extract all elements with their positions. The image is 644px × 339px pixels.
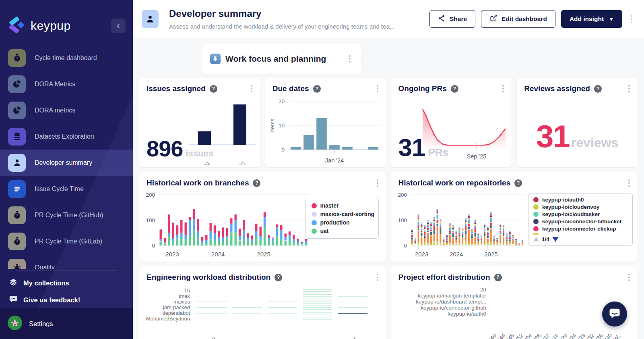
svg-text:Enhan...: Enhan... (268, 335, 287, 339)
card-project-effort: Project effort distribution ? 20keypup-i… (391, 266, 638, 339)
sidebar-item-label: Developer summary (35, 159, 92, 166)
down-arrow-emoji-icon (210, 54, 221, 64)
svg-text:2023: 2023 (415, 251, 428, 258)
svg-text:0: 0 (152, 243, 155, 249)
help-icon[interactable]: ? (275, 274, 282, 281)
sidebar-item-label: DORA Metrics (35, 81, 75, 88)
svg-text:2022-W40: 2022-W40 (475, 333, 497, 339)
header-kebab-menu[interactable] (628, 15, 635, 23)
svg-text:15: 15 (184, 287, 190, 293)
help-icon[interactable]: ? (253, 179, 260, 187)
legend-dot (533, 233, 539, 235)
legend-item[interactable]: maxios-card-sorting (312, 211, 373, 217)
legend-item[interactable]: keypup-io/auth0 (533, 197, 627, 203)
sidebar-item-cycle-time-dashboard[interactable]: Cycle time dashboard (0, 45, 133, 71)
svg-text:Jan '24: Jan '24 (325, 157, 344, 164)
user-avatar (7, 315, 23, 332)
sidebar-collapse-button[interactable]: ‹ (111, 19, 126, 33)
legend-dot (533, 212, 539, 217)
help-icon[interactable]: ? (451, 85, 458, 93)
svg-text:maxios: maxios (173, 299, 190, 305)
svg-text:keypup-io/dashboard-templ...: keypup-io/dashboard-templ... (416, 299, 486, 305)
svg-text:tmak: tmak (179, 293, 190, 299)
add-insight-label: Add insight (570, 15, 604, 23)
card-kebab-menu[interactable] (374, 179, 381, 187)
keypup-logo-icon (8, 16, 26, 35)
chat-widget-button[interactable] (602, 302, 627, 327)
sidebar-item-label: Quality (35, 264, 55, 269)
legend-item[interactable]: keypup-io/connector-clickup (533, 226, 627, 232)
svg-text:200: 200 (398, 192, 407, 198)
legend-dot (312, 203, 317, 208)
help-icon[interactable]: ? (514, 179, 522, 187)
legend-item[interactable]: keypup-io/cloudenvoy (533, 204, 627, 210)
sidebar-item-dora-metrics[interactable]: DORA metrics (0, 97, 133, 123)
legend-pagination: 1/4 (533, 236, 627, 242)
section-title: Work focus and planning (225, 54, 326, 64)
brand-name: keypup (31, 19, 71, 33)
legend-item[interactable]: keypup-io/connector-bitbucket (533, 218, 627, 225)
sidebar-item-give-us-feedback-[interactable]: Give us feedback! (0, 291, 133, 308)
sidebar: keypup ‹ Cycle time dashboardDORA Metric… (0, 0, 133, 339)
card-kebab-menu[interactable] (625, 273, 633, 282)
card-title: Engineering workload distribution (147, 273, 270, 282)
legend-item[interactable]: uat (312, 228, 373, 234)
sidebar-item-settings[interactable]: Settings (0, 308, 133, 339)
sidebar-item-pr-cycle-time-gitlab-[interactable]: PR Cycle Time (GitLab) (0, 228, 133, 254)
section-divider-left (139, 59, 198, 59)
sidebar-item-label: Issue Cycle Time (35, 185, 84, 193)
branches-legend: mastermaxios-card-sortingproductionuat (305, 198, 379, 239)
sidebar-item-dora-metrics[interactable]: DORA Metrics (0, 71, 133, 97)
settings-label: Settings (29, 320, 53, 328)
legend-item[interactable]: production (312, 219, 373, 226)
sidebar-item-label: Cycle time dashboard (35, 54, 97, 62)
legend-item[interactable]: master (312, 202, 373, 209)
legend-dot (533, 204, 539, 210)
svg-text:20: 20 (480, 287, 486, 293)
sidebar-item-quality[interactable]: Quality (0, 254, 133, 269)
legend-item-partial (533, 233, 627, 235)
workload-heatmap-chart: 15tmakmaxiosjam-packeddependabotMohamedB… (142, 284, 383, 339)
card-title: Issues assigned (147, 84, 206, 93)
legend-page-up-icon[interactable] (533, 237, 539, 241)
help-icon[interactable]: ? (594, 85, 602, 93)
card-kebab-menu[interactable] (625, 179, 633, 187)
svg-text:jam-packed: jam-packed (163, 304, 190, 310)
sidebar-item-my-collections[interactable]: My collections (0, 275, 133, 291)
card-historical-branches: Historical work on branches ? 0100200202… (139, 172, 386, 262)
card-kebab-menu[interactable] (374, 84, 381, 93)
dashboard-header: Developer summary Assess and understand … (133, 0, 644, 38)
card-kebab-menu[interactable] (625, 84, 633, 93)
edit-dashboard-label: Edit dashboard (502, 15, 547, 23)
legend-item[interactable]: keypup-io/cloudtasker (533, 211, 627, 217)
help-icon[interactable]: ? (494, 274, 502, 281)
sidebar-item-datasets-exploration[interactable]: Datasets Exploration (0, 123, 133, 150)
sidebar-item-developer-summary[interactable]: Developer summary (0, 150, 133, 176)
help-icon[interactable]: ? (210, 85, 217, 93)
svg-text:No lab...: No lab... (303, 335, 322, 339)
help-icon[interactable]: ? (313, 85, 321, 93)
layers-icon (9, 278, 18, 288)
svg-text:MohamedBeydoun: MohamedBeydoun (146, 316, 190, 322)
card-kebab-menu[interactable] (248, 84, 255, 93)
svg-text:keypup-io/auth0: keypup-io/auth0 (447, 311, 486, 317)
card-kebab-menu[interactable] (500, 84, 507, 93)
sidebar-item-pr-cycle-time-github-[interactable]: PR Cycle Time (GitHub) (0, 202, 133, 228)
sidebar-item-label: Datasets Exploration (35, 133, 94, 140)
card-kebab-menu[interactable] (374, 273, 381, 282)
add-insight-button[interactable]: Add insight ▼ (561, 10, 622, 28)
svg-text:2024: 2024 (211, 251, 225, 258)
share-button[interactable]: Share (429, 10, 475, 28)
svg-text:10: 10 (279, 123, 285, 129)
issues-unit: issues (186, 148, 213, 159)
edit-dashboard-button[interactable]: Edit dashboard (481, 10, 555, 28)
project-effort-chart: 20keypup-io/mailgun-templatorkeypup-io/d… (394, 284, 635, 339)
svg-text:20: 20 (279, 98, 285, 104)
sidebar-item-issue-cycle-time[interactable]: Issue Cycle Time (0, 176, 133, 202)
svg-text:Items: Items (269, 119, 275, 132)
section-kebab-menu[interactable] (346, 54, 353, 63)
svg-text:2024: 2024 (450, 251, 463, 258)
branches-stacked-chart: 0100200202320242025 (142, 191, 311, 258)
legend-page-down-icon[interactable] (552, 237, 559, 242)
dashboard-avatar (142, 10, 159, 28)
